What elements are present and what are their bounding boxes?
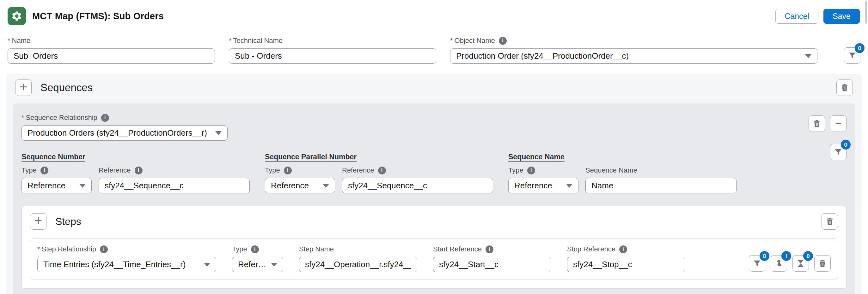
- technical-name-input[interactable]: [229, 48, 436, 64]
- add-sequence-button[interactable]: +: [15, 79, 32, 96]
- info-icon[interactable]: i: [40, 167, 49, 175]
- object-name-value: Production Order (sfy24__ProductionOrder…: [456, 51, 629, 61]
- info-icon[interactable]: i: [135, 167, 143, 175]
- cancel-button[interactable]: Cancel: [775, 9, 818, 24]
- filter-count-badge: 0: [841, 140, 850, 150]
- chevron-down-icon: [323, 184, 329, 188]
- info-icon[interactable]: i: [527, 167, 535, 175]
- alert-badge: !: [781, 251, 791, 261]
- step-trigger-button[interactable]: !: [771, 255, 787, 271]
- steps-header: + Steps: [30, 213, 838, 230]
- type-value: Reference: [514, 181, 552, 190]
- info-icon[interactable]: i: [100, 246, 108, 253]
- save-button[interactable]: Save: [824, 9, 860, 24]
- chevron-down-icon: [271, 263, 277, 266]
- group-heading: Sequence Parallel Number: [265, 153, 493, 161]
- steps-title: Steps: [55, 216, 81, 227]
- step-type-value: Reference: [238, 260, 267, 269]
- required-asterisk: *: [37, 245, 40, 253]
- step-row: * Step Relationship i Time Entries (sfy2…: [30, 238, 838, 280]
- step-relationship-value: Time Entries (sfy24__Time_Entries__r): [43, 260, 186, 269]
- trash-icon: [818, 259, 827, 268]
- hourglass-icon: [796, 259, 805, 268]
- step-type-label: Type: [232, 245, 247, 253]
- object-name-label: Object Name: [455, 37, 495, 45]
- reference-label: Reference: [342, 166, 374, 175]
- page-title: MCT Map (FTMS): Sub Orders: [32, 11, 164, 22]
- technical-name-label: Technical Name: [233, 37, 283, 45]
- sequence-card: * Sequence Relationship i Production Ord…: [13, 104, 855, 294]
- stop-reference-input[interactable]: [567, 257, 685, 272]
- info-icon[interactable]: i: [486, 246, 493, 253]
- minus-icon: [834, 119, 843, 128]
- info-icon[interactable]: i: [101, 114, 109, 122]
- scrollbar-thumb[interactable]: [865, 1, 867, 24]
- name-label: Name: [12, 37, 31, 45]
- step-wait-button[interactable]: 0: [793, 255, 809, 271]
- stop-reference-label: Stop Reference: [567, 245, 615, 253]
- sequence-parallel-reference-input[interactable]: [342, 178, 493, 193]
- type-value: Reference: [271, 181, 309, 190]
- step-type-dropdown[interactable]: Reference: [232, 257, 283, 272]
- header-bar: MCT Map (FTMS): Sub Orders Cancel Save: [0, 0, 868, 25]
- sequences-title: Sequences: [40, 82, 93, 94]
- step-filter-button[interactable]: 0: [749, 255, 765, 271]
- reference-label: Reference: [99, 166, 131, 175]
- step-relationship-label: Step Relationship: [42, 245, 96, 253]
- group-heading: Sequence Name: [508, 153, 737, 161]
- sequence-name-label: Sequence Name: [585, 166, 637, 175]
- required-asterisk: *: [22, 114, 24, 122]
- step-name-input[interactable]: [299, 257, 417, 272]
- trash-icon: [840, 83, 849, 93]
- start-reference-input[interactable]: [433, 257, 551, 272]
- sequences-section: + Sequences * Sequence Relationship i: [6, 74, 862, 294]
- step-actions: 0 !: [749, 255, 831, 271]
- delete-sequence-button[interactable]: [809, 115, 825, 132]
- filter-icon: [847, 51, 857, 60]
- sequence-number-reference-input[interactable]: [99, 178, 250, 193]
- info-icon[interactable]: i: [619, 246, 627, 253]
- touch-pointer-icon: [774, 259, 784, 268]
- sequence-name-type-dropdown[interactable]: Reference: [508, 178, 579, 193]
- type-label: Type: [265, 166, 280, 175]
- object-filter-button[interactable]: 0: [844, 47, 860, 64]
- trash-icon: [825, 217, 835, 226]
- type-label: Type: [508, 166, 523, 175]
- group-sequence-parallel-number: Sequence Parallel Number Type i Referenc…: [265, 153, 493, 193]
- info-icon[interactable]: i: [378, 167, 386, 175]
- info-icon[interactable]: i: [251, 246, 259, 253]
- object-name-dropdown[interactable]: Production Order (sfy24__ProductionOrder…: [450, 48, 817, 64]
- step-relationship-dropdown[interactable]: Time Entries (sfy24__Time_Entries__r): [37, 257, 216, 272]
- info-icon[interactable]: i: [284, 167, 292, 175]
- filter-count-badge: 0: [855, 43, 865, 53]
- sequences-header: + Sequences: [15, 79, 853, 96]
- group-heading: Sequence Number: [22, 153, 250, 161]
- required-asterisk: *: [229, 37, 232, 45]
- filter-icon: [752, 259, 762, 268]
- start-reference-label: Start Reference: [433, 245, 482, 253]
- sequence-filter-button[interactable]: 0: [830, 144, 846, 160]
- delete-sequences-button[interactable]: [836, 79, 853, 96]
- filter-icon: [834, 147, 843, 157]
- add-step-button[interactable]: +: [30, 213, 46, 230]
- sequence-parallel-type-dropdown[interactable]: Reference: [265, 178, 335, 193]
- chevron-down-icon: [204, 263, 210, 266]
- step-name-label: Step Name: [299, 245, 334, 253]
- sequence-name-input[interactable]: [585, 178, 737, 193]
- sequence-relationship-dropdown[interactable]: Production Orders (sfy24__ProductionOrde…: [22, 125, 227, 141]
- collapse-sequence-button[interactable]: [830, 115, 846, 132]
- sequence-relationship-value: Production Orders (sfy24__ProductionOrde…: [28, 128, 207, 138]
- steps-card: + Steps: [22, 206, 846, 289]
- name-input[interactable]: [8, 48, 215, 64]
- sequence-number-type-dropdown[interactable]: Reference: [22, 178, 92, 193]
- chevron-down-icon: [79, 184, 86, 188]
- sequence-relationship-label: Sequence Relationship: [26, 114, 97, 122]
- chevron-down-icon: [215, 131, 222, 135]
- chevron-down-icon: [566, 184, 572, 188]
- wait-count-badge: 0: [803, 251, 813, 261]
- type-label: Type: [22, 166, 37, 175]
- delete-steps-button[interactable]: [822, 213, 838, 230]
- info-icon[interactable]: i: [499, 37, 507, 45]
- delete-step-button[interactable]: [814, 255, 831, 271]
- filter-count-badge: 0: [760, 251, 769, 261]
